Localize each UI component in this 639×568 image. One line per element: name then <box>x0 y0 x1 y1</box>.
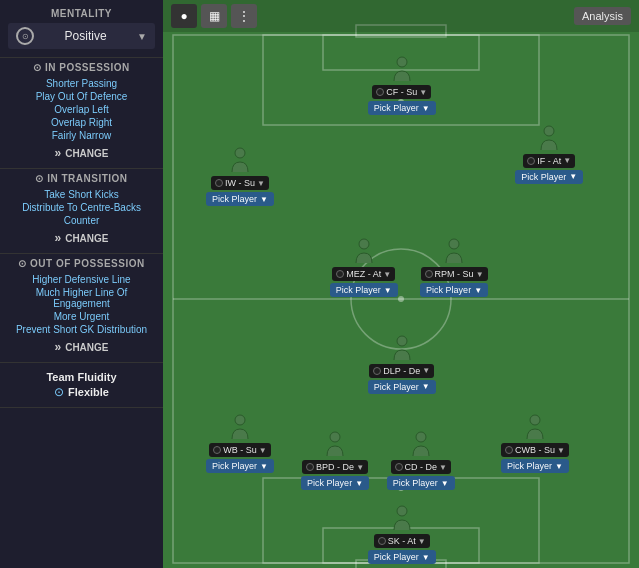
role-arrow-bpd[interactable]: ▼ <box>356 463 364 472</box>
role-dot-cd <box>395 463 403 471</box>
role-dot-sk <box>378 537 386 545</box>
pick-player-label-cwb: Pick Player <box>507 461 552 471</box>
fluidity-icon: ⊙ <box>54 385 64 399</box>
team-fluidity-row: ⊙ Flexible <box>8 385 155 399</box>
view-btn-2[interactable]: ▦ <box>201 4 227 28</box>
pick-player-button-dlp[interactable]: Pick Player▼ <box>368 380 436 394</box>
oop-icon: ⊙ <box>18 258 30 269</box>
role-arrow-wb[interactable]: ▼ <box>259 446 267 455</box>
role-arrow-cd[interactable]: ▼ <box>439 463 447 472</box>
play-out-defence-link[interactable]: Play Out Of Defence <box>8 90 155 103</box>
pick-player-button-cwb[interactable]: Pick Player▼ <box>501 459 569 473</box>
role-badge-iw: IW - Su▼ <box>211 176 269 190</box>
higher-line-engagement-link[interactable]: Much Higher Line Of Engagement <box>8 286 155 310</box>
player-icon-mez <box>350 237 378 265</box>
role-arrow-dlp[interactable]: ▼ <box>422 366 430 375</box>
role-arrow-sk[interactable]: ▼ <box>418 537 426 546</box>
role-arrow-rpm[interactable]: ▼ <box>476 270 484 279</box>
in-possession-section: ⊙ IN POSSESSION Shorter Passing Play Out… <box>0 58 163 169</box>
pick-player-button-if[interactable]: Pick Player▼ <box>515 170 583 184</box>
in-possession-change-button[interactable]: » CHANGE <box>8 146 155 160</box>
pick-player-button-cf[interactable]: Pick Player▼ <box>368 101 436 115</box>
mentality-section: MENTALITY ⊙ Positive ▼ <box>0 4 163 58</box>
svg-point-12 <box>397 57 407 67</box>
pick-player-button-wb[interactable]: Pick Player▼ <box>206 459 274 473</box>
analysis-button[interactable]: Analysis <box>574 7 631 25</box>
overlap-right-link[interactable]: Overlap Right <box>8 116 155 129</box>
player-icon-wb <box>226 413 254 441</box>
svg-point-14 <box>235 148 245 158</box>
player-icon-iw <box>226 146 254 174</box>
player-icon-cwb <box>521 413 549 441</box>
player-card-if: IF - At▼Pick Player▼ <box>515 124 583 184</box>
role-arrow-if[interactable]: ▼ <box>563 156 571 165</box>
pick-player-button-mez[interactable]: Pick Player▼ <box>330 283 398 297</box>
counter-link[interactable]: Counter <box>8 214 155 227</box>
role-text-cwb: CWB - Su <box>515 445 555 455</box>
out-of-possession-change-button[interactable]: » CHANGE <box>8 340 155 354</box>
view-btn-1[interactable]: ● <box>171 4 197 28</box>
role-dot-if <box>527 157 535 165</box>
higher-def-line-link[interactable]: Higher Defensive Line <box>8 273 155 286</box>
role-text-mez: MEZ - At <box>346 269 381 279</box>
pick-player-arrow-mez: ▼ <box>384 286 392 295</box>
in-transition-icon: ⊙ <box>35 173 47 184</box>
take-short-kicks-link[interactable]: Take Short Kicks <box>8 188 155 201</box>
svg-point-15 <box>359 239 369 249</box>
pick-player-button-bpd[interactable]: Pick Player▼ <box>301 476 369 490</box>
role-dot-dlp <box>373 367 381 375</box>
mentality-icon: ⊙ <box>16 27 34 45</box>
svg-point-3 <box>398 296 404 302</box>
role-text-iw: IW - Su <box>225 178 255 188</box>
svg-point-13 <box>544 126 554 136</box>
player-card-cf: CF - Su▼Pick Player▼ <box>368 55 436 115</box>
pick-player-arrow-bpd: ▼ <box>355 479 363 488</box>
pick-player-label-rpm: Pick Player <box>426 285 471 295</box>
player-card-wb: WB - Su▼Pick Player▼ <box>206 413 274 473</box>
top-toolbar: ● ▦ ⋮ Analysis <box>163 0 639 32</box>
role-dot-bpd <box>306 463 314 471</box>
team-fluidity-label: Team Fluidity <box>8 371 155 383</box>
player-icon-rpm <box>440 237 468 265</box>
sidebar: MENTALITY ⊙ Positive ▼ ⊙ IN POSSESSION S… <box>0 0 163 568</box>
prevent-short-gk-link[interactable]: Prevent Short GK Distribution <box>8 323 155 336</box>
pick-player-arrow-cwb: ▼ <box>555 462 563 471</box>
team-fluidity-value: Flexible <box>68 386 109 398</box>
shorter-passing-link[interactable]: Shorter Passing <box>8 77 155 90</box>
pick-player-arrow-rpm: ▼ <box>474 286 482 295</box>
role-text-if: IF - At <box>537 156 561 166</box>
team-fluidity-section: Team Fluidity ⊙ Flexible <box>0 363 163 408</box>
pick-player-arrow-if: ▼ <box>569 172 577 181</box>
in-transition-change-button[interactable]: » CHANGE <box>8 231 155 245</box>
pick-player-label-cf: Pick Player <box>374 103 419 113</box>
pick-player-arrow-cf: ▼ <box>422 104 430 113</box>
distribute-centre-backs-link[interactable]: Distribute To Centre-Backs <box>8 201 155 214</box>
svg-point-16 <box>449 239 459 249</box>
role-badge-mez: MEZ - At▼ <box>332 267 395 281</box>
pick-player-label-sk: Pick Player <box>374 552 419 562</box>
role-arrow-mez[interactable]: ▼ <box>383 270 391 279</box>
role-arrow-iw[interactable]: ▼ <box>257 179 265 188</box>
player-card-rpm: RPM - Su▼Pick Player▼ <box>420 237 488 297</box>
role-text-dlp: DLP - De <box>383 366 420 376</box>
role-arrow-cf[interactable]: ▼ <box>419 88 427 97</box>
pick-player-button-sk[interactable]: Pick Player▼ <box>368 550 436 564</box>
overlap-left-link[interactable]: Overlap Left <box>8 103 155 116</box>
pick-player-button-rpm[interactable]: Pick Player▼ <box>420 283 488 297</box>
fairly-narrow-link[interactable]: Fairly Narrow <box>8 129 155 142</box>
pick-player-button-cd[interactable]: Pick Player▼ <box>387 476 455 490</box>
view-btn-3[interactable]: ⋮ <box>231 4 257 28</box>
role-badge-wb: WB - Su▼ <box>209 443 270 457</box>
role-arrow-cwb[interactable]: ▼ <box>557 446 565 455</box>
player-icon-bpd <box>321 430 349 458</box>
mentality-chevron-icon: ▼ <box>137 31 147 42</box>
svg-point-22 <box>397 506 407 516</box>
out-of-possession-title: ⊙ OUT OF POSSESSION <box>8 258 155 269</box>
out-of-possession-section: ⊙ OUT OF POSSESSION Higher Defensive Lin… <box>0 254 163 363</box>
role-badge-sk: SK - At▼ <box>374 534 430 548</box>
role-badge-bpd: BPD - De▼ <box>302 460 368 474</box>
pick-player-label-mez: Pick Player <box>336 285 381 295</box>
pick-player-button-iw[interactable]: Pick Player▼ <box>206 192 274 206</box>
more-urgent-link[interactable]: More Urgent <box>8 310 155 323</box>
mentality-dropdown[interactable]: ⊙ Positive ▼ <box>8 23 155 49</box>
